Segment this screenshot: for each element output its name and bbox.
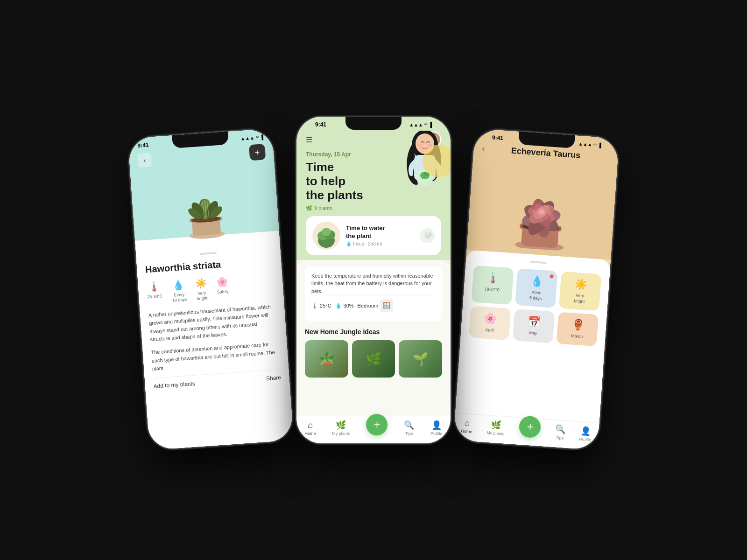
p3-profile-nav-icon: 👤 <box>580 426 591 436</box>
p3-nav-add-button[interactable]: + <box>519 415 542 438</box>
stat-temp: 🌡️ 25-30°C <box>146 280 163 305</box>
p3-drag-handle <box>530 261 547 264</box>
tip-card: Keep the temperature and humidity within… <box>305 266 442 322</box>
stat-light: ☀️ Verybright <box>195 278 208 301</box>
flower-cell-icon: 🌸 <box>484 313 497 326</box>
temp-icon: 🌡️ <box>311 302 318 310</box>
may-cell-label: May <box>529 331 537 337</box>
p3-nav-my-plants[interactable]: 🌿 My plants <box>486 419 506 436</box>
gallery-item-1[interactable]: 🪴 <box>305 340 348 378</box>
gallery-item-3[interactable]: 🌱 <box>399 340 442 378</box>
add-to-plants-button[interactable]: Add to my plants <box>153 380 195 390</box>
share-button[interactable]: Share <box>266 374 281 382</box>
p3-spacer: ‹ <box>606 153 610 162</box>
water-card-title: Time to waterthe plant <box>346 224 414 240</box>
plants-nav-icon: 🌿 <box>336 420 346 430</box>
pot-cell-icon: 🏺 <box>571 319 585 332</box>
nav-home[interactable]: ⌂ Home <box>304 420 316 436</box>
safe-label: Safely <box>217 289 229 295</box>
water-card-sub: 💧 Ficus · 250 ml <box>346 241 414 246</box>
phone3-screen: 9:41 ▲▲▲ ⌔ ▐ ‹ Echeveria Taurus ‹ <box>453 128 620 450</box>
p3-home-nav-icon: ⌂ <box>465 418 470 428</box>
nav-profile[interactable]: 👤 Profile <box>430 420 443 436</box>
p3-nav-profile[interactable]: 👤 Profile <box>579 426 592 442</box>
gallery-plant-1: 🪴 <box>305 340 348 378</box>
cell-temperature: 🌡️ 18-27°C <box>471 265 514 305</box>
add-nav-icon: + <box>374 418 380 431</box>
heart-icon: 🤍 <box>423 232 431 239</box>
water-card[interactable]: Time to waterthe plant 💧 Ficus · 250 ml … <box>306 216 441 255</box>
p2-time: 9:41 <box>315 121 326 128</box>
light-label: Verybright <box>197 291 208 301</box>
battery-icon: ▐ <box>598 142 601 147</box>
p3-nav-home[interactable]: ⌂ Home <box>461 418 473 434</box>
calendar-cell-icon: 📅 <box>527 315 541 329</box>
wifi-icon: ⌔ <box>593 142 597 147</box>
tips-nav-label: Tips <box>405 431 413 436</box>
home-nav-icon: ⌂ <box>308 420 313 430</box>
cell-light: ☀️ Verybright <box>559 272 601 311</box>
profile-nav-label: Profile <box>430 431 443 436</box>
phone1-screen: 9:41 ▲▲▲ ⌔ ▐ ‹ + <box>127 128 294 450</box>
heart-button[interactable]: 🤍 <box>420 228 435 243</box>
nav-add-button[interactable]: + <box>366 414 388 435</box>
back-button[interactable]: ‹ <box>137 153 152 168</box>
signal-icon: ▲▲▲ <box>409 122 423 127</box>
description-1: A rather unpretentious houseplant of haw… <box>148 302 278 344</box>
p3-my-plants-nav-label: My plants <box>486 430 505 436</box>
safe-icon: 🌸 <box>216 276 228 288</box>
drop-icon: 💧 <box>335 302 342 310</box>
temp-item: 🌡️ 25°C <box>311 302 331 310</box>
haworthia-svg <box>172 165 237 242</box>
water-icon: 💧 <box>172 279 185 291</box>
add-icon: + <box>254 147 260 157</box>
p3-tips-nav-label: Tips <box>556 435 564 441</box>
p3-profile-nav-label: Profile <box>579 437 591 442</box>
gallery: 🪴 🌿 🌱 <box>305 340 442 378</box>
nav-my-plants[interactable]: 🌿 My plants <box>332 420 350 436</box>
p2-main-content: Keep the temperature and humidity within… <box>296 260 451 416</box>
add-button[interactable]: + <box>249 144 266 161</box>
headline-line3: the plants <box>306 188 363 202</box>
my-plants-nav-label: My plants <box>332 431 350 436</box>
water-label: Every10 days <box>172 292 187 303</box>
signal-icon: ▲▲▲ <box>240 135 254 141</box>
nav-tips[interactable]: 🔍 Tips <box>404 420 414 436</box>
svg-point-27 <box>322 228 331 236</box>
light-cell-label: Verybright <box>574 293 585 305</box>
march-cell-label: March <box>571 334 583 340</box>
leaf-icon: 🌿 <box>306 205 312 211</box>
p1-footer: Add to my plants Share <box>153 369 281 390</box>
temp-cell-icon: 🌡️ <box>486 272 500 285</box>
water-card-text: Time to waterthe plant 💧 Ficus · 250 ml <box>346 224 414 246</box>
tip-text: Keep the temperature and humidity within… <box>311 273 433 294</box>
room-item: Bedroom 🪟 <box>358 299 394 312</box>
p1-time: 9:41 <box>137 141 149 149</box>
drag-handle <box>200 252 217 255</box>
p1-status-icons: ▲▲▲ ⌔ ▐ <box>240 134 263 141</box>
p3-add-nav-icon: + <box>527 420 534 434</box>
p2-hero: 9:41 ▲▲▲ ⌔ ▐ ☰ <box>296 117 451 260</box>
headline-line2: to help <box>306 174 345 188</box>
signal-icon: ▲▲▲ <box>578 141 592 147</box>
p2-status-icons: ▲▲▲ ⌔ ▐ <box>409 122 432 127</box>
tips-nav-icon: 🔍 <box>404 420 414 430</box>
p2-bottom-nav: ⌂ Home 🌿 My plants + 🔍 Tips <box>296 416 451 443</box>
plant-thumbnail <box>312 222 340 250</box>
water-cell-icon: 💧 <box>530 275 543 288</box>
home-nav-label: Home <box>304 431 316 436</box>
p3-content: 🌡️ 18-27°C 💧 After5 days ☀️ Verybri <box>455 250 611 423</box>
p1-content: Haworthia striata 🌡️ 25-30°C 💧 Every10 d… <box>135 240 294 450</box>
gallery-item-2[interactable]: 🌿 <box>352 340 395 378</box>
temp-cell-label: 18-27°C <box>484 287 500 293</box>
p3-nav-tips[interactable]: 🔍 Tips <box>554 424 565 441</box>
temp-icon: 🌡️ <box>148 281 161 293</box>
phones-container: 9:41 ▲▲▲ ⌔ ▐ ‹ + <box>138 117 609 443</box>
p3-tips-nav-icon: 🔍 <box>555 424 565 435</box>
temp-label: 25-30°C <box>147 294 163 300</box>
light-cell-icon: ☀️ <box>574 278 587 291</box>
plant-name: Haworthia striata <box>145 256 273 275</box>
plant-image-haworthia <box>165 163 245 243</box>
light-icon: ☀️ <box>195 278 207 290</box>
menu-icon[interactable]: ☰ <box>306 135 312 144</box>
